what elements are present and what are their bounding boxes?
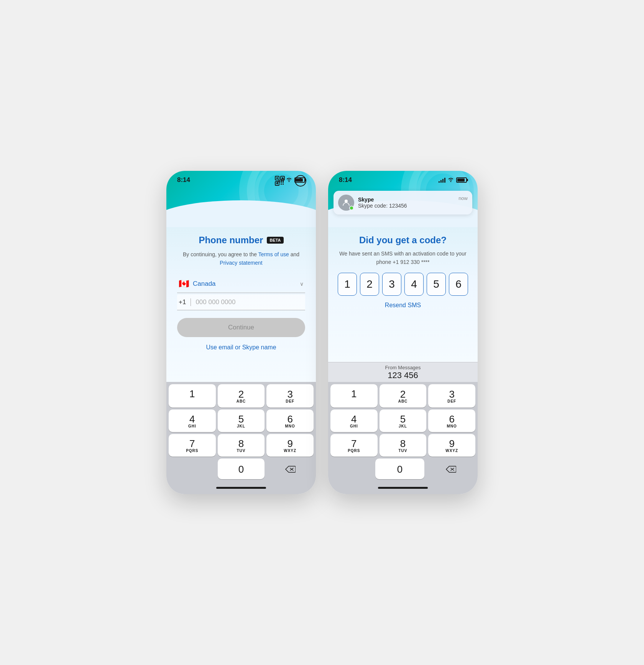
key2-0[interactable]: 0 xyxy=(375,459,424,479)
code-box-1[interactable]: 1 xyxy=(338,273,357,296)
country-name-1: Canada xyxy=(193,280,300,288)
notif-app-name: Skype xyxy=(358,197,455,203)
key-main: 1 xyxy=(189,389,195,399)
key-2-3[interactable]: 6 MNO xyxy=(266,409,314,432)
key-main: 3 xyxy=(287,389,292,399)
svg-point-12 xyxy=(345,200,348,203)
key-sub: MNO xyxy=(285,424,295,428)
key-sub: JKL xyxy=(237,424,245,428)
phone-number-placeholder-1[interactable]: 000 000 0000 xyxy=(196,298,235,306)
country-code-1: +1 xyxy=(179,298,191,306)
signal-bar-1 xyxy=(277,181,278,183)
key-3-1[interactable]: 7 PQRS xyxy=(169,434,216,457)
home-indicator-1 xyxy=(166,481,316,494)
subtitle-prefix: By continuing, you agree to the xyxy=(183,251,257,257)
home-indicator-2 xyxy=(328,481,478,494)
subtitle-1: By continuing, you agree to the Terms of… xyxy=(183,250,299,267)
key-main: 0 xyxy=(397,464,402,474)
key-main: 2 xyxy=(400,389,406,399)
code-box-5[interactable]: 5 xyxy=(427,273,446,296)
key-3-3[interactable]: 9 WXYZ xyxy=(266,434,314,457)
key-sub: ABC xyxy=(237,399,246,403)
key-main: 3 xyxy=(449,389,454,399)
code-box-6[interactable]: 6 xyxy=(449,273,468,296)
resend-sms-link[interactable]: Resend SMS xyxy=(385,302,421,309)
key-sub: GHI xyxy=(350,424,358,428)
key-2-1[interactable]: 4 GHI xyxy=(169,409,216,432)
key-main: 6 xyxy=(449,414,454,424)
keypad-2: 1 2 ABC 3 DEF 4 GHI 5 JKL 6 MN xyxy=(328,382,478,481)
wifi-icon-2 xyxy=(448,177,454,183)
key-1-3[interactable]: 3 DEF xyxy=(266,384,314,408)
code-box-3[interactable]: 3 xyxy=(382,273,401,296)
wifi-icon-1 xyxy=(286,177,292,183)
phone-input-row-1: +1 000 000 0000 xyxy=(177,295,305,310)
country-selector-1[interactable]: 🇨🇦 Canada ∨ xyxy=(177,275,305,293)
key-empty-1 xyxy=(169,459,216,479)
title-area-1: Phone number BETA xyxy=(199,235,283,246)
code-box-2[interactable]: 2 xyxy=(360,273,379,296)
key-main: 9 xyxy=(449,439,454,449)
page-title-1: Phone number xyxy=(199,235,263,246)
home-bar-2 xyxy=(378,487,428,489)
delete-button-1[interactable] xyxy=(266,459,314,479)
signal-bar-3 xyxy=(281,179,282,183)
signal-bars-1 xyxy=(277,177,284,183)
key-main: 7 xyxy=(351,439,356,449)
subtitle-2: We have sent an SMS with an activation c… xyxy=(339,249,467,267)
status-icons-1 xyxy=(277,177,305,183)
email-skype-link-1[interactable]: Use email or Skype name xyxy=(206,344,276,351)
keypad-row-1-2: 4 GHI 5 JKL 6 MNO xyxy=(169,409,314,432)
notif-message: Skype code: 123456 xyxy=(358,203,455,209)
code-box-4[interactable]: 4 xyxy=(404,273,424,296)
key-1-2[interactable]: 2 ABC xyxy=(218,384,265,408)
key-sub: WXYZ xyxy=(284,449,296,453)
keypad-row-2-1: 1 2 ABC 3 DEF xyxy=(330,384,475,408)
notif-avatar xyxy=(338,195,354,211)
key-3-2[interactable]: 8 TUV xyxy=(218,434,265,457)
key-main: 8 xyxy=(238,439,244,449)
key-sub: GHI xyxy=(188,424,196,428)
key2-2-2[interactable]: 5 JKL xyxy=(380,409,427,432)
messages-code[interactable]: 123 456 xyxy=(333,370,473,380)
keypad-row-2-2: 4 GHI 5 JKL 6 MNO xyxy=(330,409,475,432)
key-main: 1 xyxy=(351,389,356,399)
privacy-link[interactable]: Privacy statement xyxy=(220,260,262,266)
key2-3-1[interactable]: 7 PQRS xyxy=(330,434,378,457)
key2-1-2[interactable]: 2 ABC xyxy=(380,384,427,408)
key2-1-1[interactable]: 1 xyxy=(330,384,378,408)
key-main: 0 xyxy=(238,464,244,474)
signal-bar-4 xyxy=(283,178,284,183)
signal-bar-2-3 xyxy=(442,179,444,183)
battery-fill-2 xyxy=(457,179,465,182)
key2-empty xyxy=(330,459,373,479)
key2-1-3[interactable]: 3 DEF xyxy=(428,384,475,408)
key2-2-3[interactable]: 6 MNO xyxy=(428,409,475,432)
beta-badge-1: BETA xyxy=(267,237,283,244)
key-sub: DEF xyxy=(447,399,456,403)
key-2-2[interactable]: 5 JKL xyxy=(218,409,265,432)
key-0[interactable]: 0 xyxy=(218,459,265,479)
page-title-2: Did you get a code? xyxy=(359,235,447,245)
status-icons-2 xyxy=(439,177,467,183)
key2-3-2[interactable]: 8 TUV xyxy=(380,434,427,457)
key-main: 4 xyxy=(351,414,356,424)
delete-button-2[interactable] xyxy=(426,459,475,479)
key-sub: DEF xyxy=(286,399,294,403)
battery-icon-1 xyxy=(294,177,305,183)
key-1-1[interactable]: 1 xyxy=(169,384,216,408)
key-sub: MNO xyxy=(447,424,457,428)
key2-2-1[interactable]: 4 GHI xyxy=(330,409,378,432)
key2-3-3[interactable]: 9 WXYZ xyxy=(428,434,475,457)
notification-banner[interactable]: Skype Skype code: 123456 now xyxy=(334,191,472,215)
keypad-row-2-3: 7 PQRS 8 TUV 9 WXYZ xyxy=(330,434,475,457)
notif-green-dot xyxy=(349,206,354,210)
key-sub: TUV xyxy=(399,449,407,453)
keypad-1: 1 2 ABC 3 DEF 4 GHI 5 JKL 6 MN xyxy=(166,382,316,481)
terms-link[interactable]: Terms of use xyxy=(258,251,289,257)
key-sub: WXYZ xyxy=(445,449,458,453)
key-main: 5 xyxy=(400,414,406,424)
keypad-row-1-1: 1 2 ABC 3 DEF xyxy=(169,384,314,408)
continue-button-1[interactable]: Continue xyxy=(177,318,305,337)
battery-fill-1 xyxy=(296,179,303,182)
